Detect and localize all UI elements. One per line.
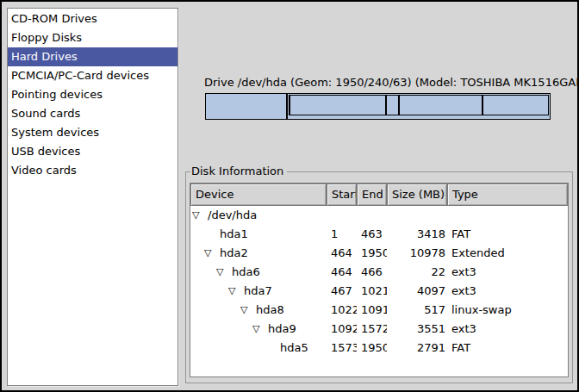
hardware-browser-window: { "colors": { "window_bg": "#d6d6d6", "s… — [0, 0, 579, 392]
table-row-hda8[interactable]: ▽hda810221091517linux-swap — [190, 301, 568, 320]
column-header-end[interactable]: End — [357, 184, 387, 206]
cell-size: 2791 — [387, 339, 447, 358]
column-header-start[interactable]: Start — [327, 184, 357, 206]
sidebar-item-pointing-devices[interactable]: Pointing devices — [8, 85, 177, 104]
table-header: DeviceStartEndSize (MB)Type — [190, 184, 568, 206]
device-name: hda1 — [220, 225, 248, 244]
tree-expander-icon[interactable]: ▽ — [240, 301, 256, 320]
cell-type: ext3 — [447, 320, 568, 339]
cell-end: 1950 — [357, 339, 387, 358]
column-header-device[interactable]: Device — [190, 184, 327, 206]
cell-end: 466 — [357, 263, 387, 282]
cell-start: 1 — [327, 225, 357, 244]
cell-type: FAT — [447, 339, 568, 358]
cell-end: 1091 — [357, 301, 387, 320]
cell-start: 467 — [327, 282, 357, 301]
partition-segment-hda7 — [290, 95, 387, 115]
table-row-hda5[interactable]: hda5157319502791FAT — [190, 339, 568, 358]
tree-expander-icon[interactable]: ▽ — [192, 206, 208, 225]
table-row-hda6[interactable]: ▽hda646446622ext3 — [190, 263, 568, 282]
table-row-hda2[interactable]: ▽hda2464195010978Extended — [190, 244, 568, 263]
cell-start: 1092 — [327, 320, 357, 339]
partition-segment-hda9 — [399, 95, 483, 115]
partition-segment-hda8 — [386, 95, 398, 115]
cell-device: hda5 — [190, 339, 327, 358]
cell-device: ▽hda8 — [190, 301, 327, 320]
device-name: hda5 — [280, 339, 308, 358]
disk-information-frame: Disk Information DeviceStartEndSize (MB)… — [185, 171, 573, 383]
cell-device: ▽hda7 — [190, 282, 327, 301]
partition-bar — [205, 93, 551, 120]
cell-end — [357, 206, 387, 225]
cell-end: 1021 — [357, 282, 387, 301]
cell-type: linux-swap — [447, 301, 568, 320]
column-header-size-mb[interactable]: Size (MB) — [387, 184, 447, 206]
cell-end: 1950 — [357, 244, 387, 263]
device-name: hda7 — [244, 282, 272, 301]
tree-indent — [190, 329, 252, 330]
cell-type: Extended — [447, 244, 568, 263]
column-header-type[interactable]: Type — [447, 184, 568, 206]
cell-size: 4097 — [387, 282, 447, 301]
cell-end: 1572 — [357, 320, 387, 339]
table-row-dev-hda[interactable]: ▽/dev/hda — [190, 206, 568, 225]
tree-expander-icon[interactable]: ▽ — [204, 244, 220, 263]
device-name: hda6 — [232, 263, 260, 282]
sidebar-item-cd-rom-drives[interactable]: CD-ROM Drives — [8, 9, 177, 28]
cell-size: 3551 — [387, 320, 447, 339]
tree-expander-icon[interactable]: ▽ — [216, 263, 232, 282]
tree-indent — [190, 253, 204, 254]
sidebar-item-floppy-disks[interactable]: Floppy Disks — [8, 28, 177, 47]
extended-partition-area — [289, 95, 549, 115]
partition-segment-hda2 — [287, 93, 551, 120]
sidebar-item-video-cards[interactable]: Video cards — [8, 161, 177, 180]
sidebar-item-sound-cards[interactable]: Sound cards — [8, 104, 177, 123]
cell-size: 3418 — [387, 225, 447, 244]
drive-title: Drive /dev/hda (Geom: 1950/240/63) (Mode… — [204, 76, 579, 89]
device-name: hda9 — [268, 320, 296, 339]
tree-indent — [190, 348, 265, 349]
partition-segment-hda5 — [482, 95, 549, 115]
sidebar-item-hard-drives[interactable]: Hard Drives — [8, 47, 177, 66]
sidebar-item-usb-devices[interactable]: USB devices — [8, 142, 177, 161]
sidebar-item-pcmcia-pc-card-devices[interactable]: PCMCIA/PC-Card devices — [8, 66, 177, 85]
tree-indent — [190, 234, 204, 235]
cell-device: ▽hda9 — [190, 320, 327, 339]
cell-type: FAT — [447, 225, 568, 244]
table-row-hda9[interactable]: ▽hda9109215723551ext3 — [190, 320, 568, 339]
cell-device: hda1 — [190, 225, 327, 244]
cell-start: 464 — [327, 263, 357, 282]
tree-indent — [190, 272, 216, 273]
cell-start — [327, 206, 357, 225]
cell-end: 463 — [357, 225, 387, 244]
tree-expander-icon[interactable]: ▽ — [252, 320, 268, 339]
disk-information-label: Disk Information — [190, 165, 287, 177]
cell-size: 10978 — [387, 244, 447, 263]
tree-expander-icon[interactable]: ▽ — [228, 282, 244, 301]
disk-table: DeviceStartEndSize (MB)Type ▽/dev/hdahda… — [190, 183, 569, 377]
tree-indent — [190, 291, 228, 292]
device-name: hda2 — [220, 244, 248, 263]
cell-type: ext3 — [447, 282, 568, 301]
cell-type — [447, 206, 568, 225]
device-category-list: CD-ROM DrivesFloppy DisksHard DrivesPCMC… — [7, 8, 178, 386]
cell-type: ext3 — [447, 263, 568, 282]
cell-device: ▽hda6 — [190, 263, 327, 282]
sidebar-item-system-devices[interactable]: System devices — [8, 123, 177, 142]
partition-segment-hda1 — [205, 93, 287, 120]
cell-start: 464 — [327, 244, 357, 263]
table-row-hda7[interactable]: ▽hda746710214097ext3 — [190, 282, 568, 301]
table-body: ▽/dev/hdahda114633418FAT▽hda246419501097… — [190, 206, 568, 376]
cell-start: 1022 — [327, 301, 357, 320]
cell-device: ▽hda2 — [190, 244, 327, 263]
device-name: /dev/hda — [208, 206, 257, 225]
cell-start: 1573 — [327, 339, 357, 358]
device-name: hda8 — [256, 301, 284, 320]
table-row-hda1[interactable]: hda114633418FAT — [190, 225, 568, 244]
cell-size: 517 — [387, 301, 447, 320]
tree-indent — [190, 310, 240, 311]
cell-device: ▽/dev/hda — [190, 206, 327, 225]
cell-size — [387, 206, 447, 225]
cell-size: 22 — [387, 263, 447, 282]
